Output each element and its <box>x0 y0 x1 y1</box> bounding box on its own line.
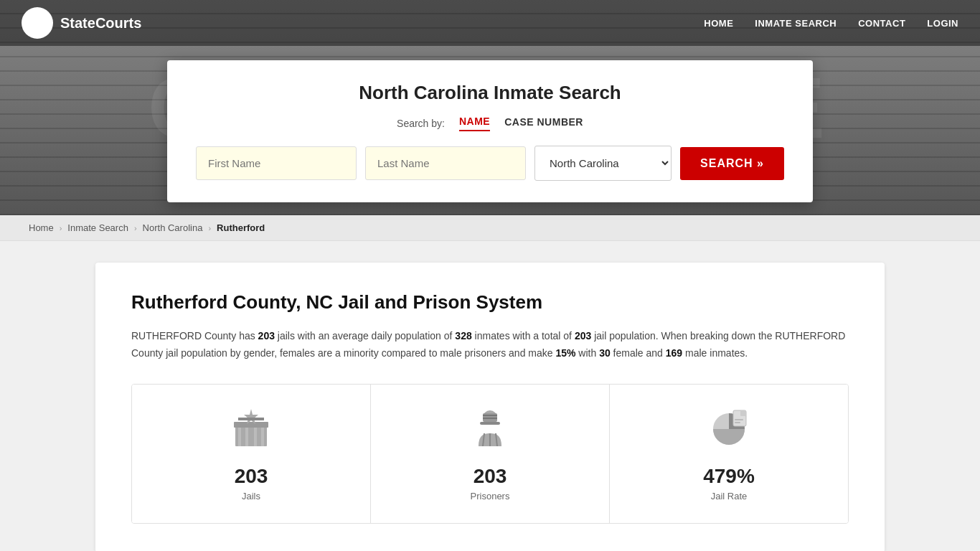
svg-rect-7 <box>238 418 264 420</box>
site-name: StateCourts <box>60 15 141 32</box>
tab-name[interactable]: NAME <box>459 116 490 131</box>
stats-row: 203 Jails <box>131 384 849 524</box>
breadcrumb-current: Rutherford <box>217 222 265 233</box>
stat-prisoners: 203 Prisoners <box>371 385 610 523</box>
nav-links: HOME INMATE SEARCH CONTACT LOGIN <box>704 18 958 29</box>
stat-prisoners-number: 203 <box>473 465 507 488</box>
breadcrumb-home[interactable]: Home <box>29 222 54 233</box>
nav-login[interactable]: LOGIN <box>927 18 958 29</box>
svg-rect-2 <box>245 426 248 446</box>
search-card: North Carolina Inmate Search Search by: … <box>167 60 813 202</box>
nav-inmate-search[interactable]: INMATE SEARCH <box>755 18 837 29</box>
desc-avg-pop: 328 <box>455 330 471 342</box>
main-content: Rutherford County, NC Jail and Prison Sy… <box>95 263 885 551</box>
stat-jail-rate: 479% Jail Rate <box>610 385 848 523</box>
page-title: Rutherford County, NC Jail and Prison Sy… <box>131 291 849 314</box>
breadcrumb-inmate-search[interactable]: Inmate Search <box>67 222 128 233</box>
stat-jails-label: Jails <box>242 491 260 501</box>
search-by-row: Search by: NAME CASE NUMBER <box>196 116 784 131</box>
search-fields: AlabamaAlaskaArizonaArkansasCaliforniaCo… <box>196 146 784 181</box>
stat-jail-rate-label: Jail Rate <box>711 491 748 501</box>
stat-jail-rate-number: 479% <box>703 465 755 488</box>
description: RUTHERFORD County has 203 jails with an … <box>131 328 849 362</box>
svg-rect-19 <box>735 419 743 420</box>
breadcrumb-sep-1: › <box>60 224 62 232</box>
stat-prisoners-label: Prisoners <box>471 491 510 501</box>
stat-jails-number: 203 <box>235 465 268 488</box>
breadcrumb-state[interactable]: North Carolina <box>143 222 203 233</box>
nav-home[interactable]: HOME <box>704 18 733 29</box>
breadcrumb-sep-2: › <box>134 224 137 232</box>
nav-contact[interactable]: CONTACT <box>858 18 905 29</box>
jail-icon <box>230 406 273 455</box>
svg-marker-6 <box>244 409 258 424</box>
desc-male-count: 169 <box>666 347 682 359</box>
desc-female-pct: 15% <box>555 347 575 359</box>
svg-rect-11 <box>483 415 497 416</box>
desc-jails: 203 <box>258 330 275 342</box>
search-card-title: North Carolina Inmate Search <box>196 82 784 104</box>
prisoner-icon <box>468 406 512 455</box>
state-select[interactable]: AlabamaAlaskaArizonaArkansasCaliforniaCo… <box>534 146 672 181</box>
stat-jails: 203 Jails <box>132 385 371 523</box>
svg-rect-9 <box>480 422 500 425</box>
svg-rect-5 <box>234 422 268 428</box>
breadcrumb-sep-3: › <box>208 224 211 232</box>
site-logo[interactable]: 🏛 StateCourts <box>22 7 141 39</box>
top-nav: 🏛 StateCourts HOME INMATE SEARCH CONTACT… <box>0 0 980 46</box>
breadcrumb: Home › Inmate Search › North Carolina › … <box>0 215 980 241</box>
search-button[interactable]: SEARCH » <box>680 147 784 180</box>
desc-county: RUTHERFORD <box>131 330 202 342</box>
first-name-input[interactable] <box>196 146 357 180</box>
desc-county2: RUTHERFORD <box>775 330 845 342</box>
svg-rect-20 <box>735 422 740 423</box>
svg-rect-4 <box>261 426 264 446</box>
logo-icon: 🏛 <box>22 7 53 39</box>
jail-rate-icon <box>707 406 750 455</box>
last-name-input[interactable] <box>365 146 526 180</box>
search-card-wrapper: North Carolina Inmate Search Search by: … <box>0 46 980 215</box>
svg-rect-1 <box>238 426 241 446</box>
svg-rect-12 <box>483 418 497 419</box>
svg-rect-18 <box>740 410 746 416</box>
search-by-label: Search by: <box>397 118 445 129</box>
desc-total-pop: 203 <box>575 330 591 342</box>
desc-female-count: 30 <box>599 347 611 359</box>
svg-rect-3 <box>254 426 257 446</box>
tab-case-number[interactable]: CASE NUMBER <box>504 116 583 131</box>
